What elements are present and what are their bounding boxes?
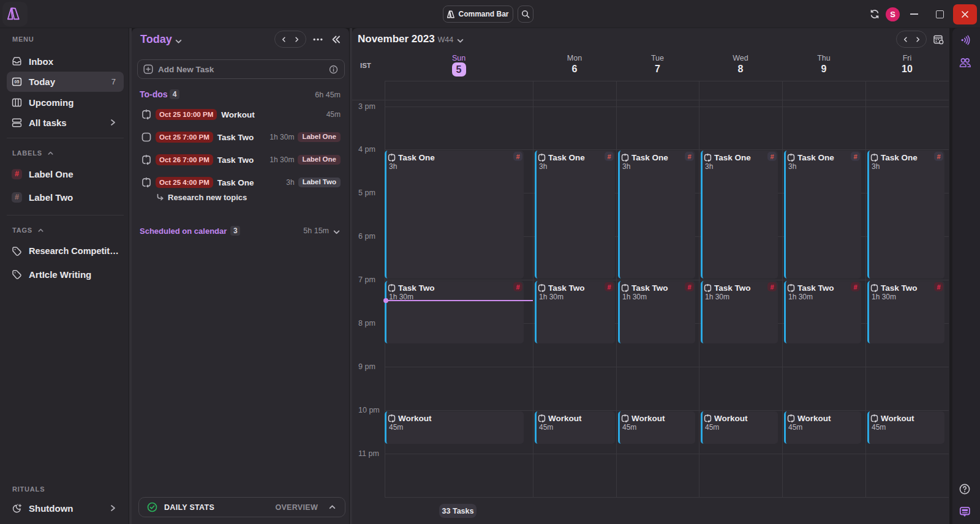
svg-text:05: 05 (15, 80, 20, 84)
